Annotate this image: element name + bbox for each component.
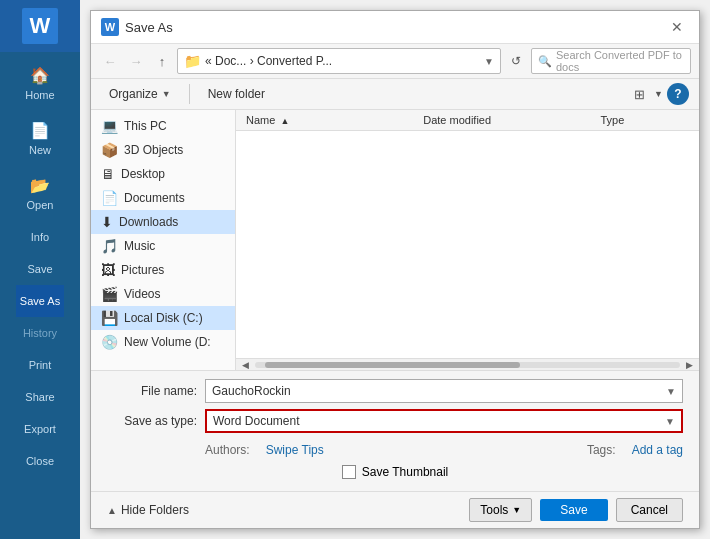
local-disk-icon: 💾 <box>101 310 118 326</box>
nav-item-local-disk[interactable]: 💾Local Disk (C:) <box>91 306 235 330</box>
sidebar-label-save: Save <box>27 263 52 275</box>
help-button[interactable]: ? <box>667 83 689 105</box>
sidebar-label-open: Open <box>27 199 54 211</box>
nav-item-documents[interactable]: 📄Documents <box>91 186 235 210</box>
sidebar-item-save[interactable]: Save <box>16 253 64 285</box>
filename-value: GauchoRockin <box>212 384 291 398</box>
meta-row: Authors: Swipe Tips Tags: Add a tag <box>107 439 683 461</box>
organize-label: Organize <box>109 87 158 101</box>
tools-button[interactable]: Tools ▼ <box>469 498 532 522</box>
home-icon: 🏠 <box>30 66 50 85</box>
nav-label-videos: Videos <box>124 287 160 301</box>
authors-value[interactable]: Swipe Tips <box>266 443 324 457</box>
pictures-icon: 🖼 <box>101 262 115 278</box>
nav-item-this-pc[interactable]: 💻This PC <box>91 114 235 138</box>
sidebar-item-share[interactable]: Share <box>16 381 64 413</box>
view-options-button[interactable]: ⊞ <box>628 83 650 105</box>
refresh-button[interactable]: ↺ <box>505 50 527 72</box>
toolbar-right: ⊞ ▼ ? <box>628 83 689 105</box>
file-list-body <box>236 131 699 358</box>
filename-dropdown[interactable]: ▼ <box>666 386 676 397</box>
nav-label-this-pc: This PC <box>124 119 167 133</box>
sidebar-label-home: Home <box>25 89 54 101</box>
horizontal-scrollbar[interactable]: ◀ ▶ <box>236 358 699 370</box>
bottom-form: File name: GauchoRockin ▼ Save as type: … <box>91 370 699 491</box>
search-icon: 🔍 <box>538 55 552 68</box>
sidebar-item-open[interactable]: 📂Open <box>16 166 64 221</box>
sidebar-item-info[interactable]: Info <box>16 221 64 253</box>
save-button[interactable]: Save <box>540 499 607 521</box>
word-logo: W <box>22 8 58 44</box>
tags-label: Tags: <box>587 443 616 457</box>
tools-chevron: ▼ <box>512 505 521 515</box>
save-as-dialog: W Save As ✕ ← → ↑ 📁 « Doc... › Converted… <box>90 10 700 529</box>
scroll-track[interactable] <box>255 362 680 368</box>
view-dropdown-arrow[interactable]: ▼ <box>654 89 663 99</box>
music-icon: 🎵 <box>101 238 118 254</box>
nav-label-downloads: Downloads <box>119 215 178 229</box>
sidebar-item-close[interactable]: Close <box>16 445 64 477</box>
scroll-thumb[interactable] <box>265 362 520 368</box>
sidebar-label-history: History <box>23 327 57 339</box>
videos-icon: 🎬 <box>101 286 118 302</box>
thumbnail-row: Save Thumbnail <box>107 461 683 483</box>
sidebar-label-close: Close <box>26 455 54 467</box>
sidebar-item-export[interactable]: Export <box>16 413 64 445</box>
col-name-header[interactable]: Name ▲ <box>246 114 423 126</box>
open-icon: 📂 <box>30 176 50 195</box>
sidebar-item-home[interactable]: 🏠Home <box>16 56 64 111</box>
new-folder-label: New folder <box>208 87 265 101</box>
nav-label-music: Music <box>124 239 155 253</box>
sidebar-label-export: Export <box>24 423 56 435</box>
dialog-title-icon: W <box>101 18 119 36</box>
forward-button[interactable]: → <box>125 50 147 72</box>
sidebar-item-history: History <box>16 317 64 349</box>
cancel-button[interactable]: Cancel <box>616 498 683 522</box>
organize-chevron: ▼ <box>162 89 171 99</box>
search-box[interactable]: 🔍 Search Converted PDF to docs <box>531 48 691 74</box>
word-logo-area: W <box>0 0 80 52</box>
scroll-left-button[interactable]: ◀ <box>240 360 251 370</box>
tags-value[interactable]: Add a tag <box>632 443 683 457</box>
close-button[interactable]: ✕ <box>665 17 689 37</box>
nav-item-new-volume[interactable]: 💿New Volume (D: <box>91 330 235 354</box>
dialog-title: Save As <box>125 20 659 35</box>
address-dropdown-arrow[interactable]: ▼ <box>484 56 494 67</box>
back-button[interactable]: ← <box>99 50 121 72</box>
file-list-header: Name ▲ Date modified Type <box>236 110 699 131</box>
documents-icon: 📄 <box>101 190 118 206</box>
col-type-header[interactable]: Type <box>600 114 689 126</box>
nav-item-music[interactable]: 🎵Music <box>91 234 235 258</box>
this-pc-icon: 💻 <box>101 118 118 134</box>
search-placeholder: Search Converted PDF to docs <box>556 49 684 73</box>
nav-item-desktop[interactable]: 🖥Desktop <box>91 162 235 186</box>
3d-objects-icon: 📦 <box>101 142 118 158</box>
filename-input[interactable]: GauchoRockin ▼ <box>205 379 683 403</box>
address-folder-icon: 📁 <box>184 53 201 69</box>
scroll-right-button[interactable]: ▶ <box>684 360 695 370</box>
saveastype-input[interactable]: Word Document ▼ <box>205 409 683 433</box>
desktop-icon: 🖥 <box>101 166 115 182</box>
hide-folders-chevron: ▲ <box>107 505 117 516</box>
nav-item-videos[interactable]: 🎬Videos <box>91 282 235 306</box>
organize-button[interactable]: Organize ▼ <box>101 84 179 104</box>
hide-folders-button[interactable]: ▲ Hide Folders <box>107 503 189 517</box>
save-thumbnail-checkbox[interactable] <box>342 465 356 479</box>
nav-item-pictures[interactable]: 🖼Pictures <box>91 258 235 282</box>
sidebar-label-print: Print <box>29 359 52 371</box>
right-panel: Name ▲ Date modified Type ◀ ▶ <box>236 110 699 370</box>
word-sidebar: W 🏠Home📄New📂OpenInfoSaveSave AsHistoryPr… <box>0 0 80 539</box>
browser-area: 💻This PC📦3D Objects🖥Desktop📄Documents⬇Do… <box>91 110 699 370</box>
dialog-titlebar: W Save As ✕ <box>91 11 699 44</box>
sidebar-item-print[interactable]: Print <box>16 349 64 381</box>
new-folder-button[interactable]: New folder <box>200 84 273 104</box>
nav-item-downloads[interactable]: ⬇Downloads <box>91 210 235 234</box>
col-date-header[interactable]: Date modified <box>423 114 600 126</box>
address-bar[interactable]: 📁 « Doc... › Converted P... ▼ <box>177 48 501 74</box>
sidebar-item-save-as[interactable]: Save As <box>16 285 64 317</box>
nav-item-3d-objects[interactable]: 📦3D Objects <box>91 138 235 162</box>
sidebar-item-new[interactable]: 📄New <box>16 111 64 166</box>
saveastype-dropdown[interactable]: ▼ <box>665 416 675 427</box>
nav-label-new-volume: New Volume (D: <box>124 335 211 349</box>
up-button[interactable]: ↑ <box>151 50 173 72</box>
